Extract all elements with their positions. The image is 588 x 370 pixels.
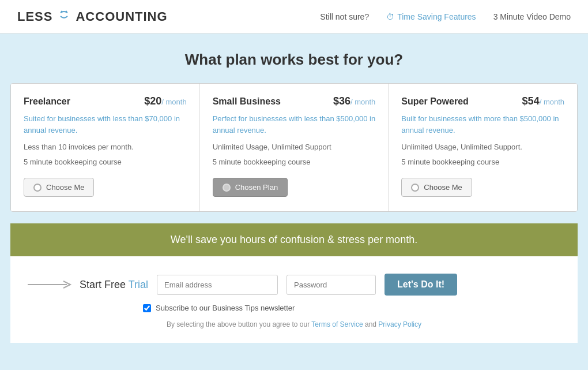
- plan-desc-super-powered: Built for businesses with more than $500…: [401, 113, 564, 136]
- plan-price-super-powered: $54/ month: [522, 95, 564, 107]
- main-heading: What plan works best for you?: [0, 33, 588, 83]
- plan-name-freelancer: Freelancer: [24, 96, 70, 107]
- savings-banner: We'll save you hours of confusion & stre…: [10, 223, 578, 256]
- video-demo-link[interactable]: 3 Minute Video Demo: [493, 12, 571, 21]
- radio-freelancer: [33, 184, 42, 192]
- plan-name-super-powered: Super Powered: [401, 96, 468, 107]
- newsletter-checkbox[interactable]: [143, 304, 151, 312]
- header-nav: Still not sure? ⏱ Time Saving Features 3…: [320, 12, 571, 21]
- plan-feature1-small-business: Unlimited Usage, Unlimited Support: [213, 141, 376, 153]
- plan-name-small-business: Small Business: [213, 96, 281, 107]
- logo-accounting: ACCOUNTING: [76, 9, 167, 24]
- plan-price-freelancer: $20/ month: [144, 95, 186, 107]
- logo-icon: [55, 6, 73, 27]
- header: LESS ACCOUNTING Still not sure? ⏱ Time S…: [0, 0, 588, 33]
- choose-small-business-button[interactable]: Chosen Plan: [213, 178, 288, 197]
- still-not-sure-link[interactable]: Still not sure?: [320, 12, 369, 21]
- signup-row: Start Free Trial Let's Do It!: [28, 274, 560, 296]
- arrow-label: Start Free Trial: [28, 279, 148, 291]
- plans-wrapper: Freelancer $20/ month Suited for busines…: [10, 83, 578, 212]
- svg-point-1: [66, 11, 67, 13]
- choose-super-powered-button[interactable]: Choose Me: [401, 178, 472, 197]
- plan-feature2-freelancer: 5 minute bookkeeping course: [24, 156, 187, 168]
- plan-card-small-business: Small Business $36/ month Perfect for bu…: [200, 84, 389, 211]
- terms-link[interactable]: Terms of Service: [311, 320, 363, 328]
- plan-price-small-business: $36/ month: [333, 95, 375, 107]
- plan-card-freelancer: Freelancer $20/ month Suited for busines…: [11, 84, 200, 211]
- privacy-link[interactable]: Privacy Policy: [378, 320, 421, 328]
- radio-small-business: [223, 184, 231, 192]
- plan-feature1-super-powered: Unlimited Usage, Unlimited Support.: [401, 141, 564, 153]
- logo-less: LESS: [17, 9, 52, 24]
- radio-super-powered: [411, 184, 419, 192]
- time-saving-link[interactable]: ⏱ Time Saving Features: [386, 12, 476, 21]
- newsletter-row: Subscribe to our Business Tips newslette…: [143, 304, 560, 312]
- plan-feature1-freelancer: Less than 10 invoices per month.: [24, 141, 187, 153]
- plans-section: Freelancer $20/ month Suited for busines…: [0, 83, 588, 223]
- plan-feature2-small-business: 5 minute bookkeeping course: [213, 156, 376, 168]
- plan-card-super-powered: Super Powered $54/ month Built for busin…: [389, 84, 577, 211]
- plan-header-freelancer: Freelancer $20/ month: [24, 95, 187, 107]
- choose-freelancer-button[interactable]: Choose Me: [24, 178, 94, 197]
- terms-row: By selecting the above button you agree …: [28, 320, 560, 328]
- lets-do-it-button[interactable]: Let's Do It!: [385, 274, 457, 296]
- clock-icon: ⏱: [386, 12, 394, 21]
- plan-desc-freelancer: Suited for businesses with less than $70…: [24, 113, 187, 136]
- password-input[interactable]: [287, 275, 376, 295]
- plan-header-small-business: Small Business $36/ month: [213, 95, 376, 107]
- plan-feature2-super-powered: 5 minute bookkeeping course: [401, 156, 564, 168]
- start-trial-label: Start Free Trial: [80, 279, 148, 291]
- signup-section: Start Free Trial Let's Do It! Subscribe …: [10, 256, 578, 343]
- arrow-icon: [28, 279, 74, 290]
- newsletter-label: Subscribe to our Business Tips newslette…: [156, 304, 295, 312]
- email-input[interactable]: [157, 275, 278, 295]
- logo: LESS ACCOUNTING: [17, 6, 168, 27]
- svg-point-0: [61, 11, 63, 13]
- plan-desc-small-business: Perfect for businesses with less than $5…: [213, 113, 376, 136]
- plan-header-super-powered: Super Powered $54/ month: [401, 95, 564, 107]
